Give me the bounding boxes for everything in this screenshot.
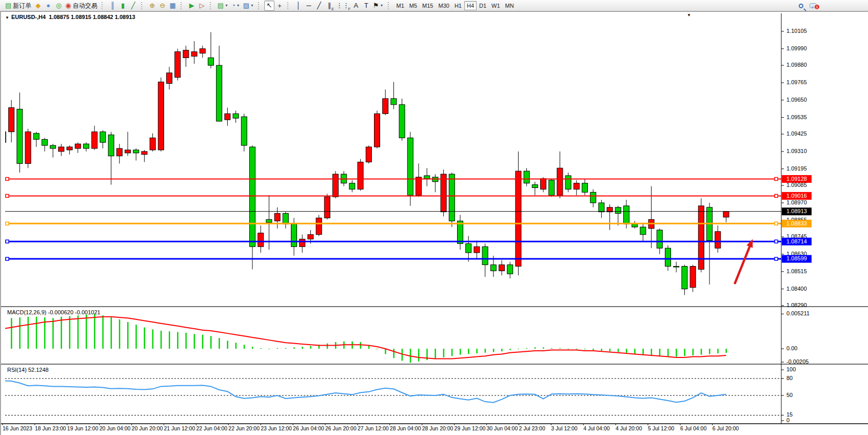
candle-1[interactable] [9, 108, 14, 132]
candle-71[interactable] [590, 192, 596, 203]
candle-47[interactable] [391, 99, 397, 105]
hline-handle[interactable] [6, 240, 9, 243]
candle-11[interactable] [92, 132, 97, 148]
periods-button[interactable]: ◔▼ [230, 1, 242, 11]
trendline-button[interactable]: ╱ [314, 1, 324, 11]
candle-23[interactable] [191, 52, 197, 56]
candle-29[interactable] [241, 117, 247, 145]
hline-handle[interactable] [775, 222, 778, 225]
candle-86[interactable] [715, 232, 721, 248]
candle-14[interactable] [116, 148, 122, 156]
auto-trading-button[interactable]: ◉自动交易 [64, 1, 98, 11]
candle-31[interactable] [258, 233, 264, 247]
templates-button[interactable]: ▨▼ [242, 1, 255, 11]
price-chart[interactable]: 1.101051.099901.098801.097651.096501.095… [1, 12, 868, 435]
candle-38[interactable] [316, 218, 322, 234]
cursor-button[interactable]: ↖ [264, 1, 274, 11]
candle-15[interactable] [125, 150, 131, 153]
chat-icon[interactable]: 1 [810, 3, 817, 8]
chart-title[interactable]: ▼EURUSD-,H4 1.08875 1.08915 1.08842 1.08… [5, 14, 135, 20]
hline-handle[interactable] [775, 177, 778, 180]
candle-74[interactable] [615, 207, 621, 214]
timeframe-h1[interactable]: H1 [452, 1, 464, 10]
channel-button[interactable]: ∥E [324, 1, 334, 11]
hline-handle[interactable] [775, 194, 778, 197]
candle-37[interactable] [308, 235, 313, 239]
candle-9[interactable] [75, 144, 81, 148]
panel-separator[interactable] [1, 364, 868, 365]
candle-49[interactable] [407, 138, 413, 195]
candle-3[interactable] [25, 132, 31, 164]
label-button[interactable]: T [361, 1, 371, 11]
crosshair-button[interactable]: ＋ [274, 1, 285, 11]
candle-33[interactable] [274, 214, 280, 221]
chart-shift-button[interactable]: ▷ [197, 1, 207, 11]
shapes-button[interactable]: ⚑▼ [371, 1, 385, 11]
candle-55[interactable] [458, 221, 463, 243]
candle-26[interactable] [216, 65, 222, 121]
candle-20[interactable] [167, 73, 172, 84]
hline-handle[interactable] [6, 177, 9, 180]
candlestick-chart-button[interactable]: ▮ [118, 1, 128, 11]
candle-34[interactable] [283, 214, 288, 224]
vertical-line-button[interactable]: │ [293, 1, 304, 11]
timeframe-m1[interactable]: M1 [394, 1, 407, 10]
hline-handle[interactable] [775, 257, 778, 260]
candle-83[interactable] [690, 267, 696, 288]
candle-24[interactable] [200, 49, 205, 53]
horizontal-line-button[interactable]: ─ [304, 1, 314, 11]
candle-6[interactable] [50, 145, 56, 148]
fibonacci-button[interactable]: ⋮⋮F [334, 1, 351, 11]
candle-57[interactable] [474, 247, 480, 253]
dropdown-arrow-icon[interactable]: ▼ [250, 4, 254, 7]
candle-8[interactable] [67, 147, 72, 150]
timeframe-w1[interactable]: W1 [489, 1, 503, 10]
candle-48[interactable] [399, 105, 405, 138]
styler-button[interactable]: ◆ [33, 1, 43, 11]
candle-64[interactable] [532, 185, 538, 188]
candle-56[interactable] [466, 243, 471, 253]
candle-72[interactable] [599, 203, 604, 212]
hline-handle[interactable] [6, 222, 9, 225]
timeframe-d1[interactable]: D1 [477, 1, 489, 10]
candle-62[interactable] [516, 171, 521, 266]
candle-40[interactable] [333, 174, 339, 197]
candle-44[interactable] [366, 147, 371, 162]
candle-22[interactable] [183, 50, 189, 58]
zoom-out-button[interactable]: ⊖ [157, 1, 168, 11]
candle-18[interactable] [150, 138, 155, 150]
candle-12[interactable] [100, 132, 106, 143]
hline-handle[interactable] [775, 240, 778, 243]
candle-25[interactable] [208, 58, 214, 65]
candle-63[interactable] [524, 171, 529, 183]
candle-13[interactable] [108, 135, 114, 156]
panel-separator[interactable] [1, 306, 868, 307]
candle-30[interactable] [250, 147, 255, 247]
timeframe-m5[interactable]: M5 [407, 1, 420, 10]
candle-43[interactable] [358, 162, 363, 189]
candle-27[interactable] [225, 114, 230, 120]
candle-46[interactable] [383, 99, 388, 114]
candle-60[interactable] [499, 265, 505, 271]
chart-collapse-icon[interactable]: ▼ [5, 15, 9, 20]
search-icon[interactable] [799, 4, 803, 8]
candle-59[interactable] [490, 265, 496, 271]
bar-chart-button[interactable]: ║ [108, 1, 118, 11]
candle-66[interactable] [549, 180, 555, 195]
candle-75[interactable] [624, 206, 629, 224]
candle-5[interactable] [42, 139, 48, 145]
candle-45[interactable] [374, 114, 380, 147]
timeframe-m30[interactable]: M30 [436, 1, 451, 10]
candle-53[interactable] [441, 174, 446, 212]
hline-handle[interactable] [6, 194, 9, 197]
zoom-in-button[interactable]: ⊕ [147, 1, 157, 11]
candle-76[interactable] [632, 224, 638, 227]
candle-80[interactable] [665, 248, 671, 266]
auto-scroll-button[interactable]: ▶ [187, 1, 197, 11]
candle-10[interactable] [84, 144, 89, 148]
candle-36[interactable] [300, 239, 305, 247]
candle-28[interactable] [233, 114, 239, 118]
candle-77[interactable] [640, 227, 646, 235]
hline-handle[interactable] [6, 257, 9, 260]
text-button[interactable]: A [351, 1, 361, 11]
